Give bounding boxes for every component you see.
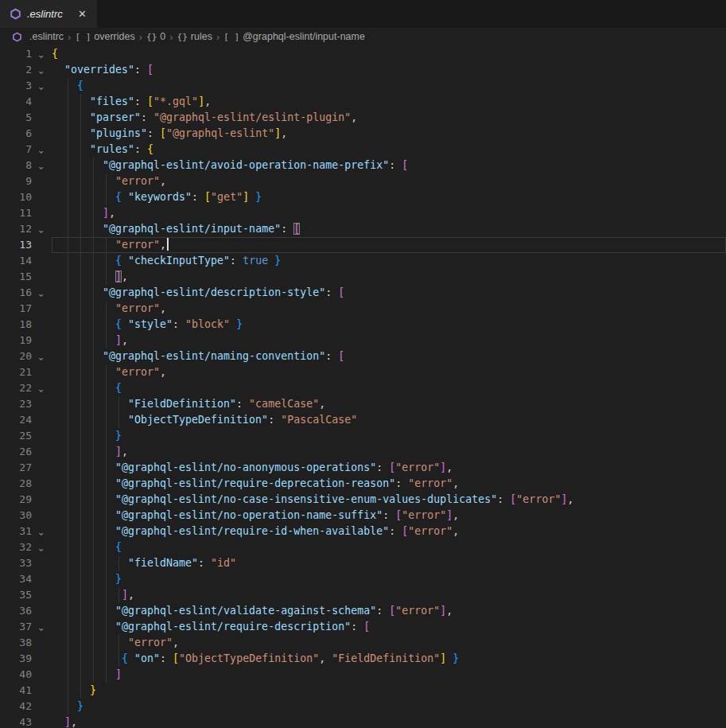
breadcrumb-label: overrides — [94, 31, 134, 42]
line-number: 36 — [0, 603, 32, 619]
code-token: "@graphql-eslint/eslint-plugin" — [153, 111, 351, 123]
code-line[interactable]: 12›"@graphql-eslint/input-name": [ — [0, 221, 726, 237]
indent-guide — [80, 237, 81, 253]
code-token: "PascalCase" — [281, 414, 357, 426]
fold-chevron-icon[interactable]: › — [32, 221, 52, 237]
fold-chevron-icon[interactable]: › — [32, 142, 52, 158]
code-line[interactable]: 8›"@graphql-eslint/avoid-operation-name-… — [0, 158, 726, 173]
code-token: [ — [173, 652, 179, 664]
code-line[interactable]: 6"plugins": ["@graphql-eslint"], — [0, 126, 726, 142]
code-line[interactable]: 31›"@graphql-eslint/require-id-when-avai… — [0, 524, 726, 539]
code-line[interactable]: 35], — [0, 587, 726, 603]
breadcrumb-item[interactable]: [ ]@graphql-eslint/input-name — [223, 31, 365, 42]
fold-chevron-icon[interactable]: › — [32, 46, 52, 62]
breadcrumb-item[interactable]: {}rules — [177, 31, 212, 42]
indent-guide — [68, 269, 68, 285]
indent-guide — [93, 253, 94, 269]
code-line[interactable]: 24"ObjectTypeDefinition": "PascalCase" — [0, 412, 726, 428]
breadcrumb-item[interactable]: [ ]overrides — [75, 31, 134, 42]
code-token: "@graphql-eslint/naming-convention" — [103, 350, 325, 362]
code-line[interactable]: 37›"@graphql-eslint/require-description"… — [0, 619, 726, 635]
code-line[interactable]: 10{ "keywords": ["get"] } — [0, 189, 726, 205]
code-line[interactable]: 16›"@graphql-eslint/description-style": … — [0, 285, 726, 301]
code-line[interactable]: 14{ "checkInputType": true } — [0, 253, 726, 269]
code-line-content: ], — [52, 333, 726, 348]
code-line[interactable]: 41} — [0, 683, 726, 699]
code-line[interactable]: 32›{ — [0, 539, 726, 555]
code-line[interactable]: 22›{ — [0, 380, 726, 396]
indent-guide — [93, 173, 94, 189]
code-line[interactable]: 3›{ — [0, 78, 726, 94]
code-token: , — [160, 239, 166, 251]
code-token: "@graphql-eslint/description-style" — [103, 286, 325, 298]
breadcrumb-item[interactable]: .eslintrc — [12, 31, 64, 42]
code-line[interactable]: 1›{ — [0, 46, 726, 62]
code-token: , — [204, 95, 211, 107]
fold-chevron-icon[interactable]: › — [32, 524, 52, 539]
code-token: "ObjectTypeDefinition" — [179, 652, 319, 664]
fold-chevron-icon[interactable]: › — [32, 78, 52, 94]
code-line[interactable]: 13"error", — [0, 237, 726, 253]
code-line[interactable]: 28"@graphql-eslint/require-deprecation-r… — [0, 476, 726, 492]
fold-chevron-icon[interactable]: › — [32, 539, 52, 555]
code-token: : — [198, 557, 211, 569]
code-line[interactable]: 40] — [0, 667, 726, 683]
code-line[interactable]: 7›"rules": { — [0, 142, 726, 158]
code-line[interactable]: 25} — [0, 428, 726, 444]
code-token: , — [160, 175, 166, 187]
code-editor[interactable]: 1›{2›"overrides": [3›{4"files": ["*.gql"… — [0, 45, 726, 728]
fold-chevron-icon[interactable]: › — [32, 285, 52, 301]
indent-guide — [106, 253, 107, 269]
code-line[interactable]: 23"FieldDefinition": "camelCase", — [0, 396, 726, 412]
indent-guide — [106, 380, 107, 396]
indent-guide — [68, 285, 68, 301]
code-line[interactable]: 33"fieldName": "id" — [0, 555, 726, 571]
code-line[interactable]: 17"error", — [0, 301, 726, 317]
code-line[interactable]: 30"@graphql-eslint/no-operation-name-suf… — [0, 508, 726, 524]
fold-chevron-icon[interactable]: › — [32, 62, 52, 78]
code-line[interactable]: 38"error", — [0, 635, 726, 651]
code-line[interactable]: 34} — [0, 571, 726, 587]
code-line[interactable]: 19], — [0, 333, 726, 348]
code-line[interactable]: 11], — [0, 205, 726, 221]
indent-guide — [80, 253, 81, 269]
indent-guide — [80, 635, 81, 651]
code-token: } — [90, 684, 96, 696]
code-line[interactable]: 15], — [0, 269, 726, 285]
code-token: { — [115, 318, 128, 330]
code-line[interactable]: 5"parser": "@graphql-eslint/eslint-plugi… — [0, 110, 726, 126]
code-line[interactable]: 18{ "style": "block" } — [0, 317, 726, 333]
code-token: "@graphql-eslint/no-operation-name-suffi… — [115, 509, 382, 521]
code-token: : — [160, 652, 173, 664]
code-line[interactable]: 2›"overrides": [ — [0, 62, 726, 78]
code-line[interactable]: 26], — [0, 444, 726, 460]
close-icon[interactable]: ✕ — [76, 7, 89, 21]
code-line[interactable]: 20›"@graphql-eslint/naming-convention": … — [0, 348, 726, 364]
line-number: 8 — [0, 158, 32, 173]
breadcrumb-item[interactable]: {}0 — [146, 31, 165, 42]
indent-guide — [93, 619, 94, 635]
code-line[interactable]: 36"@graphql-eslint/validate-against-sche… — [0, 603, 726, 619]
fold-gutter — [32, 635, 52, 651]
tab-eslintrc[interactable]: .eslintrc ✕ — [0, 0, 97, 28]
code-line[interactable]: 29"@graphql-eslint/no-case-insensitive-e… — [0, 492, 726, 508]
code-token: , — [319, 652, 332, 664]
code-token: , — [281, 127, 287, 139]
code-line[interactable]: 42} — [0, 699, 726, 714]
code-line[interactable]: 39{ "on": ["ObjectTypeDefinition", "Fiel… — [0, 651, 726, 667]
code-line[interactable]: 43], — [0, 714, 726, 728]
indent-guide — [93, 348, 94, 364]
fold-chevron-icon[interactable]: › — [32, 619, 52, 635]
line-number: 14 — [0, 253, 32, 269]
code-line[interactable]: 27"@graphql-eslint/no-anonymous-operatio… — [0, 460, 726, 476]
line-number: 23 — [0, 396, 32, 412]
indent-guide — [93, 412, 94, 428]
fold-chevron-icon[interactable]: › — [32, 158, 52, 173]
code-line[interactable]: 21"error", — [0, 364, 726, 380]
fold-chevron-icon[interactable]: › — [32, 348, 52, 364]
fold-chevron-icon[interactable]: › — [32, 380, 52, 396]
code-token: "id" — [211, 557, 236, 569]
indent-guide — [106, 635, 107, 651]
code-line[interactable]: 9"error", — [0, 173, 726, 189]
code-line[interactable]: 4"files": ["*.gql"], — [0, 94, 726, 110]
